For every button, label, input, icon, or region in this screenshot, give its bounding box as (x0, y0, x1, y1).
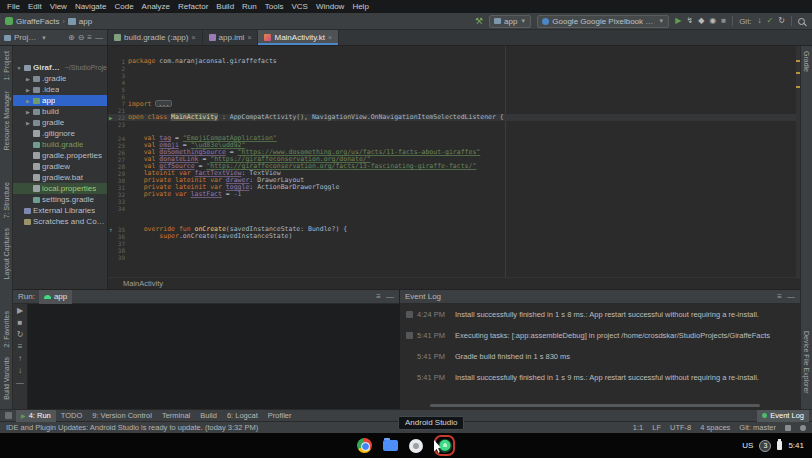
hide-icon[interactable]: — (386, 293, 394, 301)
status-item-lf[interactable]: LF (652, 423, 661, 432)
menu-item-navigate[interactable]: Navigate (71, 2, 111, 11)
project-tree[interactable]: ▼GiraffeFacts~/StudioProje▶.gradle▶.idea… (13, 46, 108, 289)
status-item-1-1[interactable]: 1:1 (633, 423, 643, 432)
tree-item-external-libraries[interactable]: External Libraries (13, 205, 107, 216)
run-console[interactable] (28, 304, 399, 409)
tree-item-gitignore[interactable]: .gitignore (13, 128, 107, 139)
build-hammer-icon[interactable]: ⚒ (475, 17, 483, 26)
code-line[interactable]: 1package com.naranjaconsal.giraffefacts (108, 58, 800, 65)
run-button[interactable]: ▶ (675, 17, 681, 25)
hide-panel-icon[interactable]: — (95, 34, 103, 42)
tree-item-gradle[interactable]: ▶.gradle (13, 73, 107, 84)
code-line[interactable]: 2 (108, 65, 800, 72)
run-config-dropdown[interactable]: app ▼ (489, 15, 531, 28)
code-line[interactable]: 34 (108, 205, 800, 212)
apply-changes-button[interactable]: ↯ (686, 17, 693, 25)
run-tab-app[interactable]: app (39, 290, 72, 304)
status-message[interactable]: IDE and Plugin Updates: Android Studio i… (6, 423, 258, 432)
chevron-down-icon[interactable]: ▼ (41, 35, 47, 41)
tab-mainactivity-kt[interactable]: MainActivity.kt× (258, 30, 339, 45)
status-item-utf-8[interactable]: UTF-8 (670, 423, 691, 432)
stripe-tab-build-variants[interactable]: Build Variants (3, 357, 10, 400)
tree-item-scratches-and-consoles[interactable]: Scratches and Consoles (13, 216, 107, 227)
menu-item-help[interactable]: Help (348, 2, 372, 11)
stripe-tab-1-project[interactable]: 1: Project (3, 51, 10, 81)
breadcrumb-project[interactable]: GiraffeFacts (16, 17, 59, 26)
menu-item-vcs[interactable]: VCS (287, 2, 311, 11)
tree-item-app[interactable]: ▶app (13, 95, 107, 106)
menu-item-file[interactable]: File (3, 2, 24, 11)
stripe-tab-7-structure[interactable]: 7: Structure (3, 182, 10, 218)
tool-window-tab-todo[interactable]: TODO (56, 410, 88, 422)
tool-window-tab-profiler[interactable]: Profiler (263, 410, 297, 422)
menu-item-run[interactable]: Run (238, 2, 261, 11)
code-line[interactable]: 37 (108, 240, 800, 247)
code-line[interactable]: 23 (108, 121, 800, 128)
tab-build-gradle-app[interactable]: build.gradle (:app)× (108, 30, 203, 45)
git-update-button[interactable]: ↓ (758, 17, 762, 25)
tree-item-idea[interactable]: ▶.idea (13, 84, 107, 95)
stripe-tab-layout-captures[interactable]: Layout Captures (3, 228, 10, 279)
code-line[interactable]: 38 (108, 247, 800, 254)
error-stripe[interactable] (796, 46, 800, 277)
horizontal-scrollbar[interactable] (430, 404, 760, 407)
menu-item-edit[interactable]: Edit (24, 2, 46, 11)
tab-app-iml[interactable]: app.iml× (203, 30, 259, 45)
chrome-icon[interactable] (357, 438, 372, 453)
tree-item-build-gradle[interactable]: build.gradle (13, 139, 107, 150)
toolwindow-switcher-icon[interactable] (5, 412, 12, 419)
close-icon[interactable]: × (191, 34, 195, 41)
tree-item-giraffefacts[interactable]: ▼GiraffeFacts~/StudioProje (13, 62, 107, 73)
console-settings-icon[interactable]: ≡ (18, 343, 23, 351)
editor[interactable]: 1package com.naranjaconsal.giraffefacts2… (108, 46, 800, 289)
code-line[interactable] (108, 212, 800, 219)
tree-item-local-properties[interactable]: local.properties (13, 183, 107, 194)
hide-icon[interactable]: — (787, 293, 795, 301)
stripe-tab-2-favorites[interactable]: 2: Favorites (3, 311, 10, 348)
clear-icon[interactable]: — (16, 379, 24, 387)
stop-icon[interactable]: ■ (18, 319, 23, 327)
menu-item-refactor[interactable]: Refactor (174, 2, 212, 11)
android-studio-icon[interactable] (438, 439, 452, 453)
menu-item-tools[interactable]: Tools (261, 2, 288, 11)
status-item-git-master[interactable]: Git: master (739, 423, 776, 432)
status-item-4-spaces[interactable]: 4 spaces (700, 423, 730, 432)
menu-item-code[interactable]: Code (110, 2, 137, 11)
code-line[interactable]: 5 (108, 86, 800, 93)
menu-item-window[interactable]: Window (312, 2, 348, 11)
code-line[interactable]: 6 (108, 93, 800, 100)
search-icon[interactable] (798, 18, 805, 25)
stripe-tab-resource-manager[interactable]: Resource Manager (3, 91, 10, 151)
menu-item-view[interactable]: View (46, 2, 71, 11)
tree-item-settings-gradle[interactable]: settings.gradle (13, 194, 107, 205)
code-area[interactable]: 1package com.naranjaconsal.giraffefacts2… (108, 46, 800, 277)
menu-item-build[interactable]: Build (212, 2, 238, 11)
breadcrumb-module[interactable]: app (79, 17, 92, 26)
system-tray[interactable]: US 3 5:41 (742, 440, 812, 452)
override-gutter-icon[interactable]: ↑ (109, 227, 113, 233)
stop-button[interactable]: ■ (721, 17, 726, 25)
code-line[interactable]: 4 (108, 79, 800, 86)
rerun-icon[interactable]: ▶ (17, 307, 23, 315)
code-line[interactable]: 3 (108, 72, 800, 79)
close-icon[interactable]: × (328, 34, 332, 41)
device-dropdown[interactable]: Google Google Pixelbook Go ▼ (537, 15, 669, 28)
files-icon[interactable] (383, 440, 398, 451)
tool-window-tab-6-logcat[interactable]: 6: Logcat (222, 410, 263, 422)
scroll-up-icon[interactable]: ↑ (18, 355, 22, 363)
settings-icon[interactable]: ≡ (87, 34, 92, 42)
stripe-tab-gradle[interactable]: Gradle (803, 51, 810, 72)
code-line[interactable]: 32 private var lastFact = -1 (108, 191, 800, 198)
tool-window-tab-event-log[interactable]: Event Log (757, 410, 809, 422)
tool-window-tab-4-run[interactable]: ▶4: Run (16, 410, 56, 422)
tree-item-gradlew-bat[interactable]: gradlew.bat (13, 172, 107, 183)
settings-icon[interactable]: ≡ (777, 293, 782, 301)
close-icon[interactable]: × (247, 34, 251, 41)
tool-window-tab-9-version-control[interactable]: 9: Version Control (87, 410, 157, 422)
project-panel-title[interactable]: Project (14, 33, 38, 42)
run-gutter-icon[interactable]: ▶ (109, 115, 113, 121)
profiler-button[interactable]: ◉ (709, 17, 716, 25)
notifications-bell-icon[interactable] (800, 425, 806, 431)
git-rollback-button[interactable]: ↻ (778, 17, 785, 25)
tool-window-tab-terminal[interactable]: Terminal (157, 410, 195, 422)
